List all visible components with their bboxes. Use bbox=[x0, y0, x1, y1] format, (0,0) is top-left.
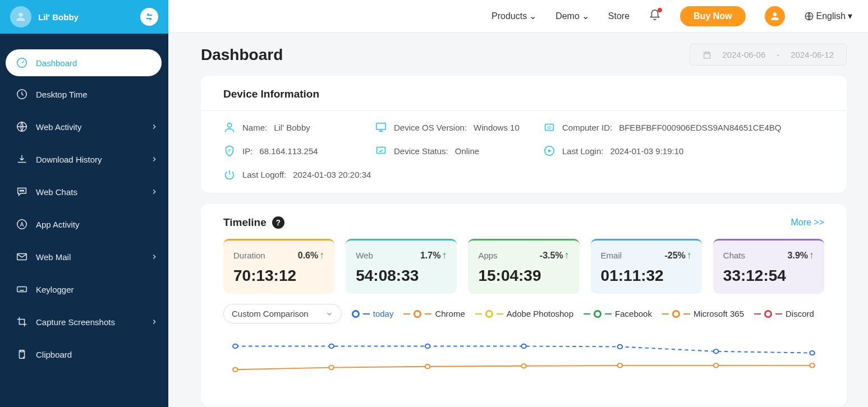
svg-point-21 bbox=[329, 344, 334, 348]
swap-account-button[interactable] bbox=[140, 8, 158, 26]
sidebar-item-label: Dashboard bbox=[36, 58, 151, 68]
label: Device Status: bbox=[394, 146, 448, 156]
sidebar-item-label: Capture Screenshots bbox=[36, 317, 143, 327]
svg-text:ID: ID bbox=[547, 125, 551, 130]
triangle-down-icon: ▾ bbox=[848, 11, 852, 21]
stat-pct: 1.7% bbox=[420, 251, 440, 261]
user-avatar-icon bbox=[10, 6, 31, 27]
timeline-chart bbox=[201, 328, 847, 406]
chevron-right-icon bbox=[150, 123, 158, 131]
sidebar-item-app-activity[interactable]: A App Activity bbox=[0, 210, 168, 239]
value: Online bbox=[455, 146, 479, 156]
stat-pct: -3.5% bbox=[540, 251, 563, 261]
timeline-card: Timeline ? More >> Duration0.6% ↑ 70:13:… bbox=[201, 204, 847, 406]
more-link[interactable]: More >> bbox=[791, 218, 824, 228]
sidebar-item-clipboard[interactable]: Clipboard bbox=[0, 340, 168, 369]
stat-duration[interactable]: Duration0.6% ↑ 70:13:12 bbox=[223, 239, 334, 294]
label: Last Login: bbox=[562, 146, 603, 156]
stat-apps[interactable]: Apps-3.5% ↑ 15:04:39 bbox=[468, 239, 579, 294]
svg-point-32 bbox=[714, 363, 719, 367]
svg-rect-8 bbox=[17, 254, 27, 260]
sidebar-item-keylogger[interactable]: Keylogger bbox=[0, 275, 168, 304]
legend-label: Chrome bbox=[435, 309, 465, 318]
arrow-up-icon: ↑ bbox=[809, 249, 814, 261]
sidebar-header: Lil' Bobby bbox=[0, 0, 168, 34]
legend-facebook[interactable]: Facebook bbox=[584, 309, 652, 318]
stat-web[interactable]: Web1.7% ↑ 54:08:33 bbox=[346, 239, 457, 294]
legend-photoshop[interactable]: Adobe Photoshop bbox=[475, 309, 573, 318]
legend-discord[interactable]: Discord bbox=[754, 309, 814, 318]
account-button[interactable] bbox=[765, 6, 785, 26]
nav-label: Demo bbox=[555, 11, 580, 21]
nav-store[interactable]: Store bbox=[608, 11, 630, 21]
stat-name: Chats bbox=[723, 251, 745, 260]
svg-point-28 bbox=[329, 366, 334, 369]
date-to: 2024-06-12 bbox=[791, 50, 834, 59]
stat-email[interactable]: Email-25% ↑ 01:11:32 bbox=[591, 239, 702, 294]
help-icon[interactable]: ? bbox=[272, 216, 284, 229]
stat-chats[interactable]: Chats3.9% ↑ 33:12:54 bbox=[713, 239, 824, 294]
sidebar-item-label: Keylogger bbox=[36, 285, 158, 294]
nav-demo[interactable]: Demo ⌄ bbox=[555, 11, 589, 21]
stat-value: 01:11:32 bbox=[601, 267, 692, 285]
globe-icon bbox=[16, 121, 28, 133]
sidebar-item-download-history[interactable]: Download History bbox=[0, 145, 168, 174]
sidebar-item-web-activity[interactable]: Web Activity bbox=[0, 112, 168, 141]
svg-point-27 bbox=[233, 368, 238, 372]
sidebar-item-desktop-time[interactable]: Desktop Time bbox=[0, 80, 168, 109]
date-separator: - bbox=[777, 50, 779, 59]
notifications-button[interactable] bbox=[649, 9, 661, 24]
value: Windows 10 bbox=[474, 123, 520, 132]
legend-label: Microsoft 365 bbox=[694, 309, 744, 318]
language-label: English bbox=[816, 11, 846, 21]
sidebar-item-label: Web Activity bbox=[36, 122, 143, 132]
date-range-picker[interactable]: 2024-06-06 - 2024-06-12 bbox=[690, 44, 847, 66]
stat-name: Duration bbox=[233, 251, 265, 260]
svg-point-22 bbox=[425, 344, 430, 348]
label: Last Logoff: bbox=[242, 170, 286, 179]
sidebar-item-web-chats[interactable]: Web Chats bbox=[0, 177, 168, 206]
stat-pct: -25% bbox=[664, 251, 685, 261]
clipboard-icon bbox=[16, 348, 28, 360]
sidebar-nav: Dashboard Desktop Time Web Activity Down… bbox=[0, 34, 168, 369]
svg-point-3 bbox=[20, 190, 21, 191]
device-info-card: Device Information Name: Lil' Bobby Devi… bbox=[201, 76, 847, 193]
nav-products[interactable]: Products ⌄ bbox=[492, 11, 536, 21]
chevron-right-icon bbox=[150, 253, 158, 261]
svg-point-5 bbox=[23, 190, 24, 191]
legend-ms365[interactable]: Microsoft 365 bbox=[662, 309, 744, 318]
label: Device OS Version: bbox=[394, 123, 467, 132]
sidebar-item-capture-screenshots[interactable]: Capture Screenshots bbox=[0, 307, 168, 336]
app-icon: A bbox=[16, 218, 28, 230]
comparison-dropdown[interactable]: Custom Comparison bbox=[223, 304, 342, 323]
svg-rect-14 bbox=[376, 123, 386, 130]
value: BFEBFBFF000906EDSS9AN84651CE4BQ bbox=[619, 123, 781, 132]
globe-icon bbox=[804, 11, 814, 21]
chevron-down-icon: ⌄ bbox=[529, 11, 536, 21]
language-dropdown[interactable]: English ▾ bbox=[804, 11, 852, 21]
stat-value: 15:04:39 bbox=[478, 267, 569, 285]
legend-label: Facebook bbox=[615, 309, 652, 318]
label: Name: bbox=[242, 123, 267, 132]
current-user-name: Lil' Bobby bbox=[38, 12, 134, 22]
sidebar-item-label: Download History bbox=[36, 155, 143, 164]
svg-point-25 bbox=[714, 349, 719, 353]
label: Computer ID: bbox=[562, 123, 612, 132]
svg-rect-9 bbox=[17, 286, 27, 292]
value: 68.164.113.254 bbox=[259, 146, 318, 156]
page-head: Dashboard 2024-06-06 - 2024-06-12 bbox=[201, 44, 847, 66]
legend-chrome[interactable]: Chrome bbox=[403, 309, 465, 318]
legend-today[interactable]: today bbox=[352, 309, 394, 318]
buy-now-button[interactable]: Buy Now bbox=[680, 6, 745, 26]
device-last-login: Last Login: 2024-01-03 9:19:10 bbox=[543, 145, 824, 157]
page-title: Dashboard bbox=[201, 46, 283, 64]
device-status: Device Status: Online bbox=[375, 145, 538, 157]
sidebar-item-dashboard[interactable]: Dashboard bbox=[6, 49, 162, 76]
svg-text:A: A bbox=[20, 221, 24, 228]
monitor-icon bbox=[375, 121, 387, 133]
dropdown-label: Custom Comparison bbox=[232, 309, 309, 318]
chevron-right-icon bbox=[150, 318, 158, 326]
sidebar-item-web-mail[interactable]: Web Mail bbox=[0, 242, 168, 271]
chevron-down-icon: ⌄ bbox=[582, 11, 589, 21]
chevron-down-icon bbox=[325, 310, 333, 318]
